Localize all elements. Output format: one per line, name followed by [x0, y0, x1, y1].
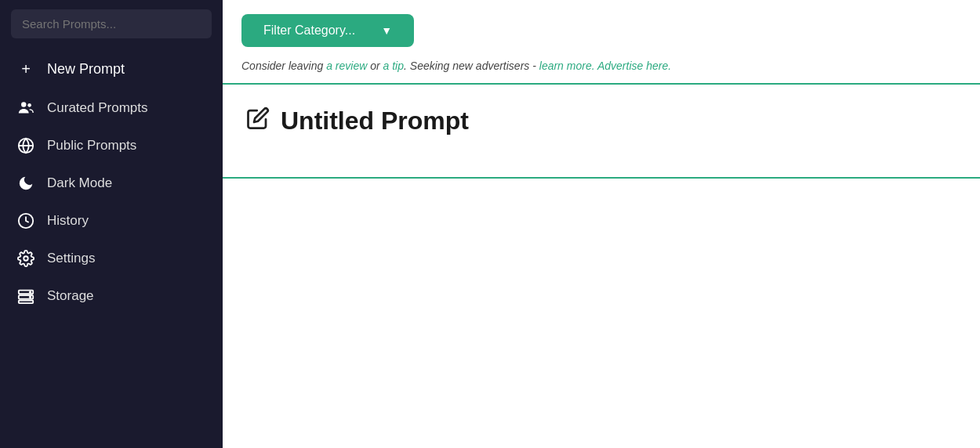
globe-icon	[16, 137, 36, 154]
svg-point-0	[21, 102, 26, 107]
sidebar-item-label: Dark Mode	[47, 175, 112, 191]
sidebar-nav: + New Prompt Curated Prompts	[0, 46, 223, 448]
sidebar-item-new-prompt[interactable]: + New Prompt	[0, 49, 223, 89]
filter-button-label: Filter Category...	[263, 23, 355, 38]
advertise-link[interactable]: Advertise here.	[595, 60, 672, 72]
sidebar-item-curated-prompts[interactable]: Curated Prompts	[0, 89, 223, 127]
sidebar: + New Prompt Curated Prompts	[0, 0, 223, 448]
sidebar-item-label: Public Prompts	[47, 138, 136, 154]
edit-icon	[246, 107, 270, 135]
history-icon	[16, 212, 36, 229]
plus-icon: +	[16, 60, 36, 78]
svg-point-1	[27, 103, 31, 107]
sidebar-item-public-prompts[interactable]: Public Prompts	[0, 127, 223, 164]
storage-icon	[16, 287, 36, 305]
prompt-title-text: Untitled Prompt	[281, 107, 469, 135]
info-prefix: Consider leaving	[241, 60, 326, 72]
sidebar-item-label: Settings	[47, 251, 95, 266]
sidebar-item-dark-mode[interactable]: Dark Mode	[0, 164, 223, 202]
sidebar-item-settings[interactable]: Settings	[0, 240, 223, 277]
svg-rect-8	[19, 301, 33, 304]
tip-link[interactable]: a tip	[383, 60, 404, 72]
svg-point-10	[30, 297, 31, 298]
info-text: Consider leaving a review or a tip. Seek…	[223, 58, 980, 83]
sidebar-item-label: History	[47, 213, 89, 229]
prompt-title-row: Untitled Prompt	[246, 107, 956, 135]
chevron-down-icon: ▼	[381, 24, 392, 37]
search-input[interactable]	[11, 9, 212, 38]
sidebar-item-storage[interactable]: Storage	[0, 277, 223, 315]
moon-icon	[16, 175, 36, 192]
filter-category-button[interactable]: Filter Category... ▼	[241, 14, 414, 47]
sidebar-item-label: Storage	[47, 288, 94, 304]
learn-more-link[interactable]: learn more.	[539, 60, 595, 72]
info-or: or	[367, 60, 383, 72]
sidebar-item-history[interactable]: History	[0, 202, 223, 240]
top-bar: Filter Category... ▼	[223, 0, 980, 58]
main-content: Filter Category... ▼ Consider leaving a …	[223, 0, 980, 448]
sidebar-item-label: New Prompt	[47, 61, 125, 78]
review-link[interactable]: a review	[326, 60, 367, 72]
sidebar-item-label: Curated Prompts	[47, 99, 148, 116]
curated-icon	[16, 99, 36, 117]
info-mid: . Seeking new advertisers -	[404, 60, 539, 72]
svg-point-5	[24, 256, 28, 261]
prompt-section: Untitled Prompt	[223, 85, 980, 179]
svg-point-9	[30, 291, 31, 292]
settings-icon	[16, 250, 36, 267]
